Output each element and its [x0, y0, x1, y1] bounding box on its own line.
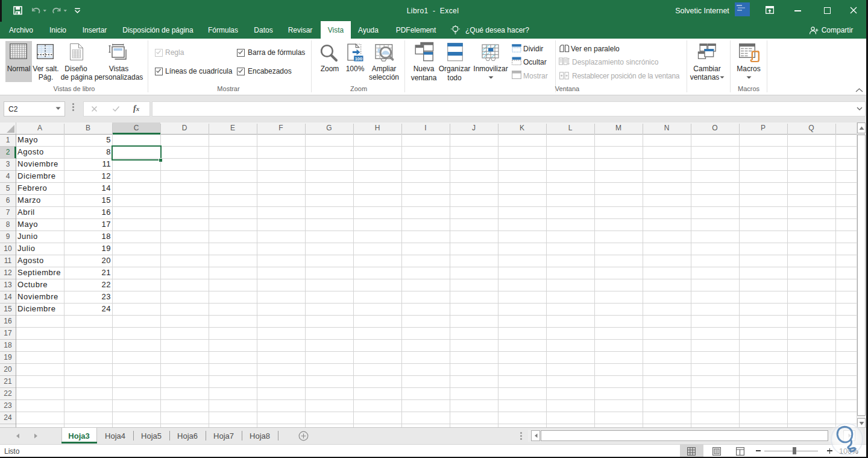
svg-text:100: 100 — [355, 56, 362, 62]
